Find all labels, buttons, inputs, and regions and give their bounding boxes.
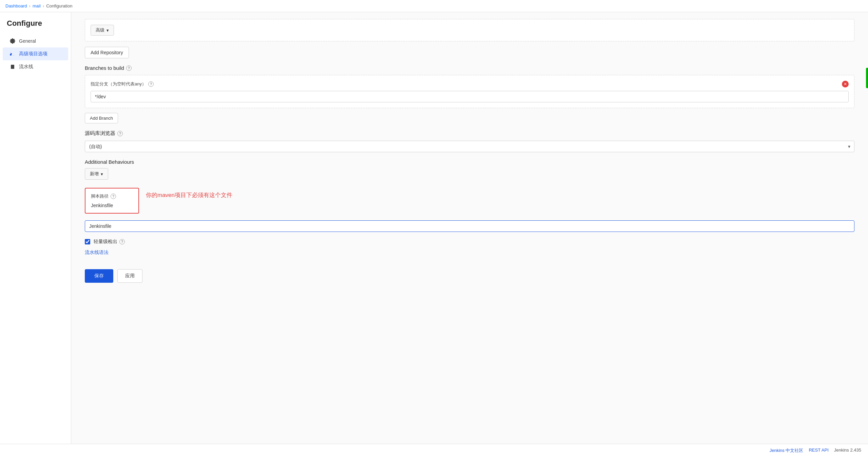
pipe-icon (9, 64, 16, 70)
wrench-icon (9, 51, 16, 57)
add-repository-button[interactable]: Add Repository (85, 47, 129, 58)
annotation-text: 你的maven项目下必须有这个文件 (146, 188, 232, 199)
lightweight-checkout-label: 轻量级检出 ? (94, 239, 125, 245)
breadcrumb: Dashboard › mail › Configuration (0, 0, 868, 12)
branch-specify-help-icon[interactable]: ? (148, 81, 154, 87)
script-path-input[interactable] (85, 220, 854, 232)
sidebar-item-pipeline[interactable]: 流水线 (3, 60, 68, 73)
branch-value-input[interactable] (91, 91, 849, 102)
add-new-behaviour-button[interactable]: 新增 ▾ (85, 168, 108, 180)
branch-config-header: 指定分支（为空时代表any） ? ✕ (91, 81, 849, 87)
sidebar-item-pipeline-label: 流水线 (19, 64, 33, 70)
footer-version: Jenkins 2.435 (834, 448, 861, 454)
script-path-value: Jenkinsfile (91, 203, 133, 208)
action-bar: 保存 应用 (85, 266, 854, 283)
sidebar-item-general[interactable]: General (3, 35, 68, 47)
breadcrumb-sep-2: › (43, 3, 44, 8)
script-section: 脚本路径 ? Jenkinsfile 你的maven项目下必须有这个文件 (85, 188, 854, 214)
branch-config-box: 指定分支（为空时代表any） ? ✕ (85, 75, 854, 108)
branch-close-button[interactable]: ✕ (842, 81, 849, 87)
script-path-help-icon[interactable]: ? (111, 194, 116, 199)
additional-behaviours-label: Additional Behaviours (85, 159, 854, 165)
source-browser-select-wrapper: (自动) ▾ (85, 141, 854, 152)
advanced-section-box: 高级 ▾ (85, 19, 854, 41)
sidebar-item-advanced-label: 高级项目选项 (19, 51, 47, 57)
footer-jenkins-link-wrapper: Jenkins 中文社区 (770, 448, 804, 454)
add-branch-button[interactable]: Add Branch (85, 113, 118, 123)
branches-help-icon[interactable]: ? (126, 65, 132, 71)
sidebar: Configure General 高级项目选项 (0, 12, 71, 444)
source-browser-select[interactable]: (自动) (85, 141, 854, 152)
source-browser-help-icon[interactable]: ? (117, 131, 123, 136)
lightweight-checkout-row: 轻量级检出 ? (85, 239, 854, 245)
breadcrumb-sep-1: › (29, 3, 31, 8)
lightweight-checkout-checkbox[interactable] (85, 239, 90, 244)
scroll-indicator (866, 68, 868, 88)
sidebar-item-general-label: General (19, 38, 36, 44)
branches-to-build-label: Branches to build ? (85, 65, 854, 71)
footer-rest-api[interactable]: REST API (809, 448, 828, 454)
pipeline-syntax-link[interactable]: 流水线语法 (85, 250, 109, 256)
breadcrumb-mail[interactable]: mail (33, 3, 41, 8)
footer: Jenkins 中文社区 REST API Jenkins 2.435 (0, 444, 868, 457)
advanced-chevron-icon: ▾ (107, 28, 109, 33)
footer-jenkins-link[interactable]: Jenkins (770, 448, 785, 453)
apply-button[interactable]: 应用 (117, 269, 142, 283)
branch-specify-label: 指定分支（为空时代表any） ? (91, 81, 154, 87)
sidebar-title: Configure (0, 19, 71, 35)
script-path-label: 脚本路径 ? (91, 193, 133, 199)
sidebar-item-advanced[interactable]: 高级项目选项 (3, 47, 68, 60)
footer-chinese-community[interactable]: 中文社区 (786, 448, 803, 453)
save-button[interactable]: 保存 (85, 269, 113, 283)
lightweight-checkout-help-icon[interactable]: ? (119, 239, 125, 244)
source-browser-label: 源码库浏览器 ? (85, 130, 854, 137)
breadcrumb-dashboard[interactable]: Dashboard (5, 3, 27, 8)
content-area: 高级 ▾ Add Repository Branches to build ? … (71, 12, 868, 444)
script-path-box: 脚本路径 ? Jenkinsfile (85, 188, 139, 214)
gear-icon (9, 38, 16, 44)
add-chevron-icon: ▾ (101, 172, 103, 177)
breadcrumb-current: Configuration (46, 3, 72, 8)
script-path-input-row (85, 220, 854, 232)
advanced-dropdown-btn[interactable]: 高级 ▾ (91, 25, 114, 36)
advanced-label: 高级 (96, 27, 104, 33)
